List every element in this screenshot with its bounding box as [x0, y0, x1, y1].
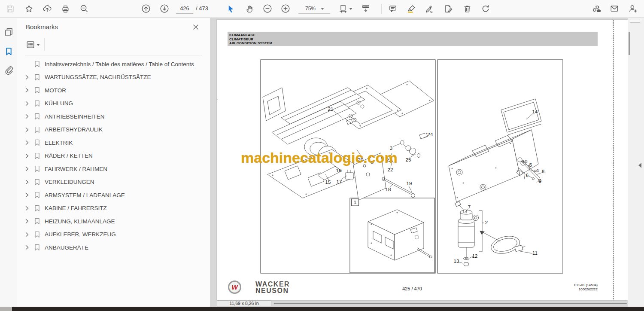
chevron-right-icon [25, 180, 29, 185]
chevron-right-icon [25, 75, 29, 80]
bookmark-label: ARBEITSHYDRAULIK [45, 126, 103, 133]
chevron-right-icon [25, 206, 29, 211]
bookmark-label: KÜHLUNG [45, 100, 73, 107]
share-upload-button[interactable] [40, 2, 55, 15]
star-icon [24, 4, 33, 13]
expand-chevron[interactable] [24, 127, 30, 132]
comment-button[interactable] [386, 2, 400, 15]
part-callout-9: 9 [539, 179, 541, 184]
bookmark-item[interactable]: FAHRWERK / RAHMEN [17, 162, 210, 176]
vertical-scrollbar[interactable] [629, 32, 630, 55]
zoom-level-select[interactable]: 75% [298, 3, 330, 14]
bookmark-item[interactable]: KÜHLUNG [17, 97, 210, 110]
expand-chevron[interactable] [24, 101, 30, 106]
part-callout-15: 15 [325, 180, 331, 185]
page-up-icon [141, 4, 151, 13]
bookmark-item[interactable]: KABINE / FAHRERSITZ [17, 202, 210, 215]
hand-tool-button[interactable] [242, 2, 257, 15]
part-callout-6: 6 [526, 173, 529, 178]
fit-page-button[interactable] [336, 2, 355, 15]
save-button[interactable] [3, 2, 17, 15]
horizontal-scrollbar[interactable] [274, 303, 627, 304]
share-link-button[interactable] [589, 2, 603, 15]
page-thumbnails-tab[interactable] [3, 26, 14, 37]
bookmark-label: ELEKTRIK [45, 140, 73, 146]
expand-chevron[interactable] [24, 75, 30, 80]
next-page-button[interactable] [157, 2, 172, 15]
watermark: machinecatalogic.com [241, 149, 398, 166]
bookmark-item[interactable]: ANTRIEBSEINHEITEN [17, 110, 210, 123]
expand-chevron[interactable] [24, 166, 30, 171]
bookmarks-tab[interactable] [3, 46, 14, 57]
rotate-button[interactable] [478, 2, 493, 15]
rotate-icon [481, 4, 490, 13]
sign-button[interactable] [422, 2, 437, 15]
expand-chevron[interactable] [24, 180, 30, 185]
add-user-icon [628, 4, 638, 13]
bookmark-item[interactable]: ANBAUGERÄTE [17, 241, 210, 254]
part-callout-25: 25 [406, 157, 411, 162]
zoom-out-button[interactable] [260, 2, 275, 15]
highlighter-icon [407, 4, 416, 13]
part-callout-4: 4 [536, 168, 539, 173]
expand-chevron[interactable] [24, 114, 30, 119]
part-callout-22: 22 [388, 167, 393, 172]
page-number-input[interactable]: 426 [176, 3, 193, 14]
bookmark-icon [34, 231, 40, 238]
part-callout-7: 7 [468, 204, 471, 210]
expand-chevron[interactable] [24, 192, 30, 198]
bookmark-item[interactable]: Inhaltsverzeichnis / Table des matières … [17, 58, 210, 71]
bookmark-item[interactable]: AUFKLEBER, WERKZEUG [17, 228, 210, 241]
main-area: Bookmarks Inhaltsverzeichnis / Table des… [0, 18, 644, 307]
bookmark-item[interactable]: RÄDER / KETTEN [17, 149, 210, 163]
edit-page-button[interactable] [441, 2, 456, 15]
bookmark-item[interactable]: ARBEITSHYDRAULIK [17, 123, 210, 137]
expand-chevron[interactable] [24, 88, 30, 93]
part-callout-19: 19 [407, 181, 412, 186]
expand-chevron[interactable] [24, 232, 30, 237]
expand-chevron[interactable] [24, 140, 30, 145]
print-button[interactable] [58, 2, 73, 15]
bookmark-item[interactable]: VERKLEIDUNGEN [17, 176, 210, 189]
chevron-down-icon [36, 44, 40, 46]
bookmark-icon [34, 74, 40, 81]
attachments-tab[interactable] [3, 64, 14, 76]
email-button[interactable] [607, 2, 622, 15]
bottom-bar [0, 307, 644, 311]
scrollbar-top-button[interactable] [630, 19, 640, 23]
bookmark-icon [34, 61, 40, 67]
chevron-right-icon [25, 140, 29, 145]
expand-chevron[interactable] [24, 219, 30, 224]
part-callout-14: 14 [532, 109, 538, 114]
search-icon [79, 4, 89, 13]
highlight-button[interactable] [404, 2, 419, 15]
add-user-button[interactable] [626, 2, 640, 15]
bookmark-icon [34, 126, 40, 133]
close-panel-button[interactable] [192, 23, 200, 31]
bookmark-item[interactable]: MOTOR [17, 84, 210, 97]
main-toolbar: 426 / 473 75% [0, 0, 644, 18]
expand-chevron[interactable] [24, 153, 30, 159]
favorite-button[interactable] [21, 2, 36, 15]
part-callout-16: 16 [336, 168, 342, 173]
bookmark-label: FAHRWERK / RAHMEN [45, 166, 107, 172]
expand-chevron[interactable] [24, 206, 30, 211]
bookmark-options-button[interactable] [26, 39, 40, 51]
chevron-right-icon [25, 153, 29, 159]
select-tool-button[interactable] [223, 2, 238, 15]
bookmark-item[interactable]: ELEKTRIK [17, 136, 210, 149]
bookmark-item[interactable]: ARMSYSTEM / LADEANLAGE [17, 189, 210, 202]
bookmark-icon [34, 165, 40, 172]
collapse-right-panel-handle[interactable] [638, 163, 641, 168]
fit-width-button[interactable] [358, 2, 373, 15]
search-zoom-button[interactable] [77, 2, 91, 15]
delete-button[interactable] [460, 2, 474, 15]
zoom-in-button[interactable] [278, 2, 293, 15]
bookmark-item[interactable]: HEIZUNG, KLIMAANLAGE [17, 215, 210, 228]
bookmark-label: Inhaltsverzeichnis / Table des matières … [45, 61, 194, 67]
bookmark-icon [34, 113, 40, 120]
bookmark-icon [34, 218, 40, 225]
expand-chevron[interactable] [24, 245, 30, 250]
previous-page-button[interactable] [139, 2, 153, 15]
bookmark-item[interactable]: WARTUNGSSÄTZE, NACHRÜSTSÄTZE [17, 71, 210, 84]
